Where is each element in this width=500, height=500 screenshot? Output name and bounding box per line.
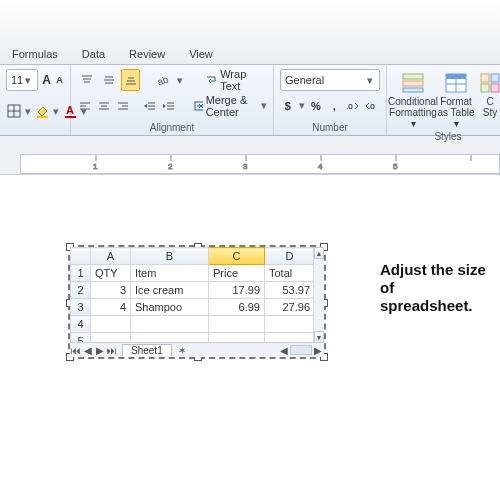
orientation-button[interactable]: ab: [153, 69, 172, 91]
spreadsheet-grid[interactable]: A B C D 1 QTY Item Price Total 2 3 Ice c…: [70, 247, 314, 343]
chevron-down-icon: ▾: [23, 70, 33, 90]
row-header[interactable]: 1: [71, 265, 91, 282]
svg-text:3: 3: [243, 162, 248, 171]
chevron-down-icon[interactable]: ▾: [25, 101, 31, 121]
cell[interactable]: 4: [91, 299, 131, 316]
svg-rect-35: [403, 81, 423, 86]
row-header[interactable]: 3: [71, 299, 91, 316]
align-right-button[interactable]: [115, 95, 131, 117]
col-header-d[interactable]: D: [265, 248, 315, 265]
document-page: A B C D 1 QTY Item Price Total 2 3 Ice c…: [10, 195, 500, 495]
cell[interactable]: [91, 316, 131, 333]
tab-view[interactable]: View: [177, 44, 225, 64]
ribbon-tab-strip: Formulas Data Review View: [0, 0, 500, 65]
decrease-indent-button[interactable]: [142, 95, 158, 117]
row-header[interactable]: 2: [71, 282, 91, 299]
align-center-button[interactable]: [96, 95, 112, 117]
tab-formulas[interactable]: Formulas: [0, 44, 70, 64]
chevron-down-icon[interactable]: ▾: [53, 101, 59, 121]
paint-bucket-icon: [35, 104, 49, 118]
svg-rect-43: [481, 84, 489, 92]
cell-styles-button[interactable]: CSty: [479, 69, 500, 118]
column-header-row: A B C D: [71, 248, 315, 265]
cell[interactable]: Price: [209, 265, 265, 282]
chevron-down-icon[interactable]: ▾: [298, 96, 305, 116]
cell[interactable]: [131, 316, 209, 333]
shrink-font-button[interactable]: A: [55, 69, 64, 91]
cell[interactable]: Item: [131, 265, 209, 282]
percent-format-button[interactable]: %: [308, 95, 323, 117]
align-bottom-button[interactable]: [121, 69, 140, 91]
number-group: General ▾ $ ▾ % , .0 .0 Number: [274, 65, 387, 135]
grow-font-button[interactable]: A: [41, 69, 52, 91]
cell[interactable]: 6.99: [209, 299, 265, 316]
tab-data[interactable]: Data: [70, 44, 117, 64]
wrap-text-button[interactable]: Wrap Text: [200, 69, 267, 91]
svg-rect-36: [403, 88, 423, 92]
sheet-nav-prev-icon[interactable]: ◀: [82, 345, 94, 356]
font-size-combo[interactable]: 11 ▾: [6, 69, 38, 91]
cell[interactable]: 3: [91, 282, 131, 299]
cell[interactable]: Shampoo: [131, 299, 209, 316]
chevron-down-icon[interactable]: ▾: [175, 70, 184, 90]
svg-text:.0: .0: [346, 102, 353, 111]
table-row: 1 QTY Item Price Total: [71, 265, 315, 282]
conditional-formatting-button[interactable]: ConditionalFormatting ▾: [393, 69, 433, 129]
cell[interactable]: 27.96: [265, 299, 315, 316]
sheet-tab[interactable]: Sheet1: [122, 344, 172, 356]
sheet-nav-next-icon[interactable]: ▶: [94, 345, 106, 356]
hscroll-right-icon[interactable]: ▶: [312, 345, 324, 356]
vertical-scrollbar[interactable]: ▲ ▼: [313, 247, 324, 343]
increase-decimal-button[interactable]: .0: [345, 95, 361, 117]
table-row: 2 3 Ice cream 17.99 53.97: [71, 282, 315, 299]
hscroll-left-icon[interactable]: ◀: [278, 345, 290, 356]
align-middle-button[interactable]: [99, 69, 118, 91]
svg-text:2: 2: [168, 162, 173, 171]
select-all-corner[interactable]: [71, 248, 91, 265]
cell[interactable]: Total: [265, 265, 315, 282]
comma-format-button[interactable]: ,: [327, 95, 342, 117]
svg-rect-41: [481, 74, 489, 82]
merge-center-label: Merge & Center: [206, 94, 253, 118]
tab-review[interactable]: Review: [117, 44, 177, 64]
hscroll-thumb[interactable]: [290, 345, 312, 355]
number-group-label: Number: [280, 120, 380, 133]
font-size-value: 11: [11, 74, 23, 86]
cell-styles-icon: [480, 72, 500, 94]
border-icon: [7, 104, 21, 118]
embedded-spreadsheet-object[interactable]: A B C D 1 QTY Item Price Total 2 3 Ice c…: [68, 245, 326, 359]
align-left-button[interactable]: [77, 95, 93, 117]
format-table-icon: [444, 72, 468, 94]
cell[interactable]: 53.97: [265, 282, 315, 299]
cell[interactable]: [265, 316, 315, 333]
decrease-decimal-button[interactable]: .0: [364, 95, 380, 117]
group-label: [6, 131, 64, 133]
svg-text:4: 4: [318, 162, 323, 171]
border-button[interactable]: [6, 100, 22, 122]
chevron-down-icon[interactable]: ▾: [261, 96, 267, 116]
svg-rect-44: [491, 84, 499, 92]
col-header-c[interactable]: C: [209, 248, 265, 265]
fill-color-button[interactable]: [34, 100, 50, 122]
increase-indent-button[interactable]: [161, 95, 177, 117]
scroll-up-icon[interactable]: ▲: [314, 247, 324, 259]
cell[interactable]: QTY: [91, 265, 131, 282]
align-top-button[interactable]: [77, 69, 96, 91]
col-header-b[interactable]: B: [131, 248, 209, 265]
col-header-a[interactable]: A: [91, 248, 131, 265]
ribbon: 11 ▾ A A ▾ ▾ A ▾ ab: [0, 65, 500, 136]
merge-center-button[interactable]: Merge & Center: [189, 95, 258, 117]
accounting-format-button[interactable]: $: [280, 95, 295, 117]
sheet-nav-first-icon[interactable]: ⏮: [70, 345, 82, 356]
format-as-table-button[interactable]: Formatas Table ▾: [436, 69, 476, 129]
cell[interactable]: [209, 316, 265, 333]
row-header[interactable]: 4: [71, 316, 91, 333]
number-format-combo[interactable]: General ▾: [280, 69, 380, 91]
cell[interactable]: Ice cream: [131, 282, 209, 299]
new-sheet-icon[interactable]: ✶: [176, 345, 188, 356]
horizontal-ruler[interactable]: 1 2 3 4 5: [20, 154, 500, 174]
alignment-group-label: Alignment: [77, 120, 267, 133]
sheet-nav-last-icon[interactable]: ⏭: [106, 345, 118, 356]
cell[interactable]: 17.99: [209, 282, 265, 299]
sheet-tab-bar: ⏮ ◀ ▶ ⏭ Sheet1 ✶ ◀ ▶: [70, 342, 324, 357]
